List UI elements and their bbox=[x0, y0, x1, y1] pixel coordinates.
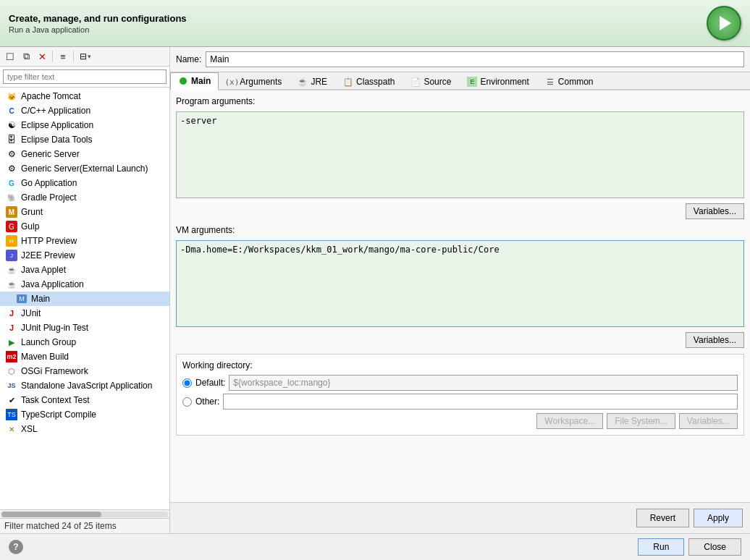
sidebar-item-xsl[interactable]: ✕ XSL bbox=[0, 422, 169, 436]
delete-config-button[interactable]: ✕ bbox=[35, 49, 49, 64]
sidebar-item-typescript[interactable]: TS TypeScript Compile bbox=[0, 407, 169, 422]
sidebar-item-junit[interactable]: J JUnit bbox=[0, 306, 169, 321]
help-button[interactable]: ? bbox=[9, 540, 23, 554]
vm-args-section: VM arguments: Variables... bbox=[176, 225, 744, 348]
sidebar-item-label: JUnit bbox=[21, 308, 41, 318]
sidebar-item-apache-tomcat[interactable]: 🐱 Apache Tomcat bbox=[0, 89, 169, 103]
program-args-input[interactable] bbox=[176, 111, 744, 198]
other-radio-label: Other: bbox=[195, 396, 219, 407]
file-system-button[interactable]: File System... bbox=[607, 413, 675, 429]
launch-group-icon: ▶ bbox=[6, 336, 17, 348]
tab-environment[interactable]: E Environment bbox=[459, 72, 536, 90]
main-container: Create, manage, and run configurations R… bbox=[0, 0, 750, 560]
new-config-button[interactable]: ☐ bbox=[3, 49, 17, 64]
tab-jre[interactable]: ☕ JRE bbox=[290, 72, 335, 90]
default-radio[interactable] bbox=[182, 378, 192, 388]
http-icon: H bbox=[6, 235, 17, 247]
close-button[interactable]: Close bbox=[688, 538, 741, 556]
sidebar-item-generic-server[interactable]: ⚙ Generic Server bbox=[0, 147, 169, 161]
sidebar-item-gulp[interactable]: G Gulp bbox=[0, 219, 169, 234]
sidebar-item-label: OSGi Framework bbox=[21, 366, 88, 376]
sidebar-item-sa-js[interactable]: JS Standalone JavaScript Application bbox=[0, 378, 169, 393]
sidebar-item-junit-plugin[interactable]: J JUnit Plug-in Test bbox=[0, 321, 169, 335]
tab-environment-label: Environment bbox=[480, 77, 528, 87]
tab-main[interactable]: Main bbox=[170, 72, 219, 90]
main-config-icon: M bbox=[16, 293, 28, 305]
sidebar-item-j2ee[interactable]: J J2EE Preview bbox=[0, 248, 169, 263]
common-tab-icon: ☰ bbox=[545, 77, 555, 87]
sidebar-item-generic-server-ext[interactable]: ⚙ Generic Server(External Launch) bbox=[0, 161, 169, 176]
sidebar-item-grunt[interactable]: M Grunt bbox=[0, 205, 169, 219]
tab-common-label: Common bbox=[558, 77, 594, 87]
name-row: Name: bbox=[170, 47, 750, 72]
vm-args-label: VM arguments: bbox=[176, 225, 744, 235]
sidebar-item-label: Go Application bbox=[21, 178, 77, 188]
sidebar-item-http[interactable]: H HTTP Preview bbox=[0, 234, 169, 248]
sidebar-item-java-app[interactable]: ☕ Java Application bbox=[0, 277, 169, 292]
run-button-footer[interactable]: Run bbox=[638, 538, 684, 556]
sidebar-item-osgi[interactable]: ⬡ OSGi Framework bbox=[0, 364, 169, 378]
sidebar-item-maven[interactable]: m2 Maven Build bbox=[0, 349, 169, 364]
other-dir-input[interactable] bbox=[223, 394, 738, 410]
name-input[interactable] bbox=[206, 51, 744, 67]
right-panel: Name: Main (x) Arguments ☕ JRE 📋 bbox=[170, 47, 750, 533]
sidebar-item-label: Task Context Test bbox=[21, 395, 90, 405]
sidebar-item-eclipse-app[interactable]: ☯ Eclipse Application bbox=[0, 118, 169, 132]
sidebar-scrollbar[interactable] bbox=[0, 509, 169, 518]
default-dir-input bbox=[229, 375, 738, 391]
variables-button-2[interactable]: Variables... bbox=[686, 332, 744, 348]
default-radio-label: Default: bbox=[195, 378, 225, 388]
filter-button[interactable]: ≡ bbox=[56, 49, 70, 64]
tab-classpath[interactable]: 📋 Classpath bbox=[335, 72, 403, 90]
osgi-icon: ⬡ bbox=[6, 365, 17, 377]
header-subtitle: Run a Java application bbox=[9, 25, 187, 34]
revert-button[interactable]: Revert bbox=[636, 509, 689, 527]
tab-arguments[interactable]: (x) Arguments bbox=[219, 72, 290, 90]
variables-button-3[interactable]: Variables... bbox=[679, 413, 738, 429]
content-area: ☐ ⧉ ✕ ≡ ⊟ ▾ 🐱 Apache Tomcat bbox=[0, 47, 750, 533]
tab-source[interactable]: 📄 Source bbox=[403, 72, 459, 90]
sidebar-item-launch-group[interactable]: ▶ Launch Group bbox=[0, 335, 169, 349]
sidebar-item-label: Generic Server(External Launch) bbox=[21, 164, 148, 174]
program-args-container bbox=[176, 111, 744, 200]
junit-plugin-icon: J bbox=[6, 322, 17, 334]
working-dir-section: Working directory: Default: Other: Works… bbox=[176, 354, 744, 436]
xsl-icon: ✕ bbox=[6, 423, 17, 435]
sidebar-footer: Filter matched 24 of 25 items bbox=[0, 518, 169, 533]
sidebar-item-go-app[interactable]: G Go Application bbox=[0, 176, 169, 190]
task-icon: ✔ bbox=[6, 394, 17, 406]
vm-args-input[interactable] bbox=[176, 240, 744, 327]
variables-button-1[interactable]: Variables... bbox=[686, 203, 744, 219]
sidebar-list: 🐱 Apache Tomcat C C/C++ Application ☯ Ec… bbox=[0, 88, 169, 509]
sidebar-item-label: Gradle Project bbox=[21, 192, 77, 203]
program-args-label: Program arguments: bbox=[176, 96, 744, 106]
sidebar-item-gradle[interactable]: 🐘 Gradle Project bbox=[0, 190, 169, 205]
sidebar-item-eclipse-data[interactable]: 🗄 Eclipse Data Tools bbox=[0, 132, 169, 147]
server-ext-icon: ⚙ bbox=[6, 163, 17, 174]
sidebar-item-cpp[interactable]: C C/C++ Application bbox=[0, 103, 169, 118]
applet-icon: ☕ bbox=[6, 264, 17, 276]
sidebar-item-java-applet[interactable]: ☕ Java Applet bbox=[0, 263, 169, 277]
sidebar-item-main[interactable]: M Main bbox=[0, 292, 169, 306]
copy-config-button[interactable]: ⧉ bbox=[19, 49, 33, 64]
scroll-track bbox=[1, 512, 168, 517]
sidebar-item-label: Grunt bbox=[21, 207, 43, 217]
sidebar-item-label: Maven Build bbox=[21, 352, 69, 362]
sidebar-item-label: Java Applet bbox=[21, 265, 66, 275]
scroll-thumb bbox=[1, 512, 101, 517]
tab-common[interactable]: ☰ Common bbox=[537, 72, 602, 90]
run-button-header[interactable] bbox=[707, 6, 741, 41]
tomcat-icon: 🐱 bbox=[6, 90, 17, 102]
gulp-icon: G bbox=[6, 221, 17, 232]
sidebar-item-task-context[interactable]: ✔ Task Context Test bbox=[0, 393, 169, 407]
apply-button[interactable]: Apply bbox=[694, 509, 743, 527]
collapse-dropdown-button[interactable]: ⊟ ▾ bbox=[77, 49, 94, 64]
tab-arguments-label: Arguments bbox=[240, 77, 282, 87]
eclipse-data-icon: 🗄 bbox=[6, 134, 17, 145]
workspace-button[interactable]: Workspace... bbox=[536, 413, 603, 429]
collapse-icon: ⊟ bbox=[80, 51, 87, 61]
other-radio[interactable] bbox=[182, 397, 192, 407]
search-input[interactable] bbox=[3, 69, 167, 84]
grunt-icon: M bbox=[6, 206, 17, 218]
name-label: Name: bbox=[176, 54, 201, 64]
